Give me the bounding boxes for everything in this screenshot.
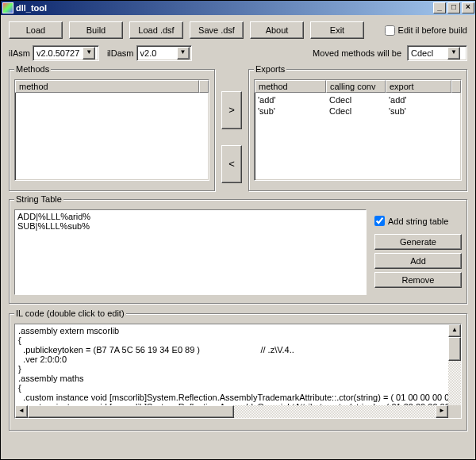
methods-body[interactable] [15,93,209,96]
exports-col-cc[interactable]: calling conv [326,80,386,93]
cell-export: 'sub' [389,105,458,117]
minimize-button[interactable]: _ [433,2,446,13]
window-title: dll_tool [16,3,432,13]
load-button[interactable]: Load [9,21,63,39]
scroll-thumb[interactable] [448,337,461,361]
cell-cc: Cdecl [329,94,389,105]
toolbar: Load Build Load .dsf Save .dsf About Exi… [9,21,467,39]
ilasm-combo[interactable]: v2.0.50727 ▼ [33,45,99,61]
edit-il-label: Edit il before build [398,25,467,35]
scroll-up-icon[interactable]: ▲ [448,324,461,337]
close-button[interactable]: × [462,2,474,13]
il-code-legend: IL code (double click to edit) [14,309,126,318]
scroll-left-icon[interactable]: ◄ [15,405,28,418]
methods-legend: Methods [14,64,51,74]
exports-legend: Exports [254,64,286,74]
scroll-track[interactable] [448,361,461,405]
chevron-down-icon[interactable]: ▼ [447,47,460,59]
add-string-table-checkbox[interactable]: Add string table [374,216,462,226]
maximize-button[interactable]: □ [447,2,460,13]
titlebar[interactable]: dll_tool _ □ × [1,1,475,15]
moved-label: Moved methods will be [313,48,401,58]
remove-button[interactable]: Remove [374,272,462,288]
moved-combo[interactable]: Cdecl ▼ [407,45,467,61]
client-area: Load Build Load .dsf Save .dsf About Exi… [1,15,475,459]
move-left-button[interactable]: < [221,145,242,183]
ildasm-combo[interactable]: v2.0 ▼ [136,45,192,61]
add-string-table-label: Add string table [388,217,448,226]
edit-il-checkbox[interactable]: Edit il before build [385,25,467,36]
load-dsf-button[interactable]: Load .dsf [129,21,183,39]
methods-listview[interactable]: method [14,79,209,181]
horizontal-scrollbar[interactable]: ◄ ► [15,405,448,418]
ilasm-value: v2.0.50727 [33,48,83,58]
methods-col-method[interactable]: method [15,80,199,93]
chevron-down-icon[interactable]: ▼ [83,47,95,59]
save-dsf-button[interactable]: Save .dsf [190,21,244,39]
cell-cc: Cdecl [329,105,389,117]
exports-group: Exports method calling conv export 'add'… [248,69,467,191]
methods-col-spare[interactable] [199,80,209,93]
il-code-group: IL code (double click to edit) .assembly… [9,313,467,431]
table-row[interactable]: 'add' Cdecl 'add' [258,94,458,105]
cell-method: 'sub' [258,105,329,117]
ilasm-label: ilAsm [9,48,30,58]
transfer-buttons: > < [221,69,242,191]
app-icon [2,2,13,13]
settings-row: ilAsm v2.0.50727 ▼ ilDasm v2.0 ▼ Moved m… [9,45,467,61]
vertical-scrollbar[interactable]: ▲ ▼ [448,324,461,418]
move-right-button[interactable]: > [221,91,242,129]
ildasm-value: v2.0 [137,48,177,58]
il-code-text[interactable]: .assembly extern mscorlib { .publickeyto… [14,324,462,419]
string-table-side: Add string table Generate Add Remove [374,209,462,297]
cell-method: 'add' [258,94,329,105]
exports-body[interactable]: 'add' Cdecl 'add' 'sub' Cdecl 'sub' [255,93,461,118]
string-table-group: String Table Add string table Generate A… [9,199,467,304]
methods-group: Methods method [9,69,215,191]
edit-il-checkbox-input[interactable] [385,25,395,36]
ildasm-label: ilDasm [107,48,134,58]
scroll-corner [448,405,461,418]
exports-col-spare[interactable] [451,80,461,93]
add-button[interactable]: Add [374,253,462,269]
add-string-table-input[interactable] [374,216,385,226]
exports-col-method[interactable]: method [255,80,326,93]
cell-export: 'add' [389,94,458,105]
mid-area: Methods method > < Exports method [9,69,467,191]
app-window: dll_tool _ □ × Load Build Load .dsf Save… [0,0,476,460]
string-table-textarea[interactable] [15,210,366,294]
string-table-legend: String Table [14,194,63,204]
methods-header: method [15,80,209,93]
chevron-down-icon[interactable]: ▼ [177,47,190,59]
generate-button[interactable]: Generate [374,234,462,250]
scroll-right-icon[interactable]: ► [436,405,448,418]
scroll-thumb[interactable] [28,405,234,418]
about-button[interactable]: About [250,21,304,39]
exports-col-export[interactable]: export [386,80,451,93]
exit-button[interactable]: Exit [310,21,364,39]
build-button[interactable]: Build [69,21,123,39]
il-code-content[interactable]: .assembly extern mscorlib { .publickeyto… [15,324,448,405]
table-row[interactable]: 'sub' Cdecl 'sub' [258,105,458,117]
exports-header: method calling conv export [255,80,461,93]
string-table-text[interactable] [14,209,367,295]
moved-value: Cdecl [408,48,447,58]
exports-listview[interactable]: method calling conv export 'add' Cdecl '… [254,79,462,181]
scroll-track[interactable] [234,405,436,418]
